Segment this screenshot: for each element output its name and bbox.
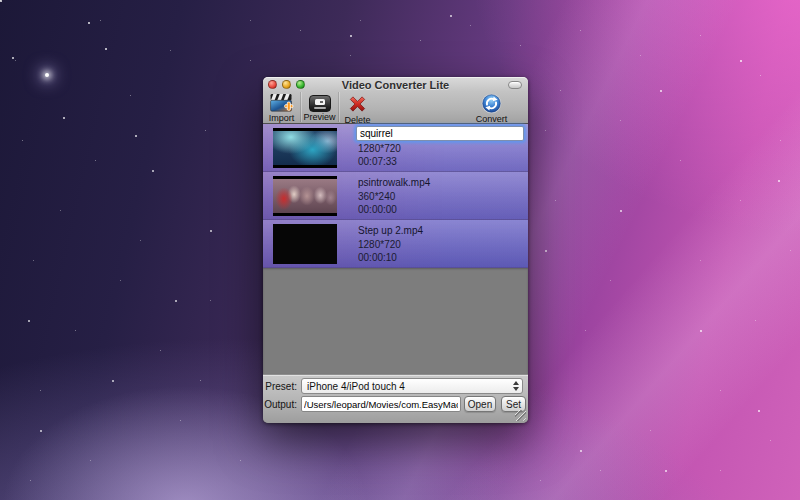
video-duration: 00:07:33 xyxy=(358,156,397,167)
stepper-arrows-icon xyxy=(510,381,519,391)
video-resolution: 1280*720 xyxy=(358,143,401,154)
preview-button[interactable]: Preview xyxy=(301,92,338,122)
close-button[interactable] xyxy=(268,80,277,89)
video-filename: psintrowalk.mp4 xyxy=(358,177,430,188)
arrow-up-icon xyxy=(513,381,519,385)
video-thumbnail-people xyxy=(273,176,337,216)
window-header: Video Converter Lite xyxy=(263,77,528,124)
preview-camera-icon xyxy=(309,95,331,112)
desktop-wallpaper: Video Converter Lite xyxy=(0,0,800,500)
output-label: Output: xyxy=(263,399,297,410)
open-button[interactable]: Open xyxy=(464,396,496,412)
rename-input[interactable] xyxy=(356,126,524,141)
video-thumbnail-black xyxy=(273,224,337,264)
title-bar[interactable]: Video Converter Lite xyxy=(263,77,528,92)
bottom-panel: Preset: iPhone 4/iPod touch 4 Output: Op… xyxy=(263,374,528,423)
convert-button[interactable]: Convert xyxy=(473,92,510,124)
video-resolution: 1280*720 xyxy=(358,239,401,250)
import-icon xyxy=(269,93,294,113)
video-duration: 00:00:10 xyxy=(358,252,397,263)
video-row-step-up-2[interactable]: Step up 2.mp4 1280*720 00:00:10 xyxy=(263,220,528,268)
import-button[interactable]: Import xyxy=(263,92,300,123)
import-label: Import xyxy=(269,114,295,123)
list-empty-area xyxy=(263,268,528,374)
preset-value: iPhone 4/iPod touch 4 xyxy=(307,381,510,392)
video-resolution: 360*240 xyxy=(358,191,395,202)
toolbar-toggle-button[interactable] xyxy=(508,81,522,89)
convert-refresh-icon xyxy=(481,93,502,114)
video-thumbnail-wave xyxy=(273,128,337,168)
traffic-lights xyxy=(268,80,305,89)
convert-label: Convert xyxy=(476,115,508,124)
toolbar: Import Preview xyxy=(263,92,528,124)
preset-label: Preset: xyxy=(263,381,297,392)
video-duration: 00:00:00 xyxy=(358,204,397,215)
video-row-psintrowalk[interactable]: psintrowalk.mp4 360*240 00:00:00 xyxy=(263,172,528,220)
minimize-button[interactable] xyxy=(282,80,291,89)
output-path-field[interactable] xyxy=(301,396,461,412)
preset-select[interactable]: iPhone 4/iPod touch 4 xyxy=(301,378,523,394)
preview-label: Preview xyxy=(303,113,335,122)
arrow-down-icon xyxy=(513,387,519,391)
starfield-bright xyxy=(0,0,2,2)
video-converter-window: Video Converter Lite xyxy=(263,77,528,423)
video-list: 1280*720 00:07:33 psintrowalk.mp4 360*24… xyxy=(263,124,528,374)
resize-grip[interactable] xyxy=(515,410,526,421)
video-filename: Step up 2.mp4 xyxy=(358,225,423,236)
delete-button[interactable]: Delete xyxy=(339,92,376,125)
video-row-squirrel[interactable]: 1280*720 00:07:33 xyxy=(263,124,528,172)
delete-x-icon xyxy=(346,93,369,115)
bright-star xyxy=(45,73,49,77)
zoom-button[interactable] xyxy=(296,80,305,89)
